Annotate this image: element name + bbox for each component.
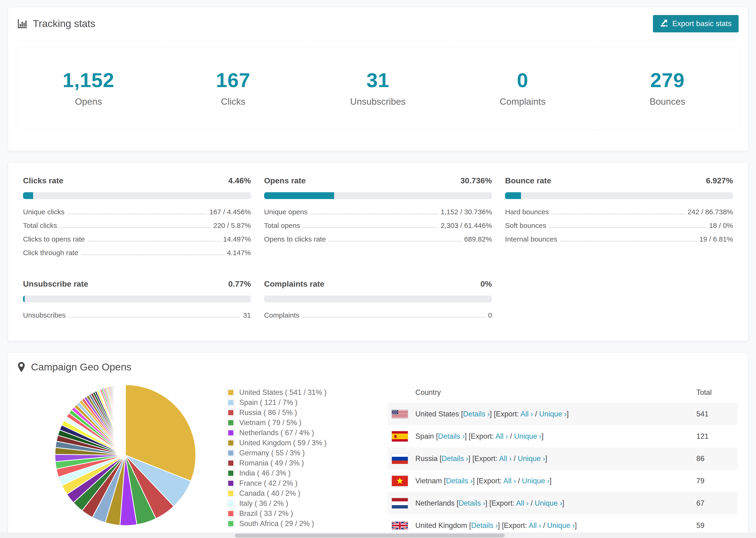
legend-item[interactable]: United Kingdom ( 59 / 3% )	[227, 438, 327, 448]
rate-progress-bar	[264, 296, 492, 302]
export-unique-link[interactable]: Unique ›	[522, 477, 549, 485]
legend-label: United States ( 541 / 31% )	[239, 388, 327, 397]
legend-item[interactable]: Netherlands ( 67 / 4% )	[227, 428, 327, 438]
legend-item[interactable]: Romania ( 49 / 3% )	[227, 458, 327, 468]
rate-progress-fill	[23, 192, 33, 199]
details-link[interactable]: Details ›	[471, 521, 498, 529]
legend-item[interactable]: Brazil ( 33 / 2% )	[227, 509, 327, 518]
export-all-link[interactable]: All ›	[499, 455, 512, 463]
legend-swatch-icon	[227, 449, 235, 457]
legend-swatch-icon	[227, 480, 235, 487]
total-cell: 541	[679, 403, 737, 425]
details-link[interactable]: Details ›	[446, 477, 473, 485]
flag-ru-icon	[391, 453, 408, 464]
export-all-link[interactable]: All ›	[503, 477, 516, 485]
export-unique-link[interactable]: Unique ›	[539, 410, 567, 418]
rate-progress-fill	[264, 192, 334, 199]
rate-progress-fill	[505, 192, 521, 199]
rate-block: Clicks rate4.46%Unique clicks167 / 4.456…	[23, 176, 251, 262]
geo-table-row: Netherlands [Details ›] [Export: All › /…	[388, 492, 737, 514]
rate-value: 6.927%	[706, 176, 733, 185]
legend-item[interactable]: United States ( 541 / 31% )	[227, 387, 327, 398]
rate-progress-bar	[264, 192, 492, 199]
legend-item[interactable]: Italy ( 36 / 2% )	[227, 498, 327, 509]
rate-title: Clicks rate	[23, 176, 63, 185]
geo-table-header-row: CountryTotal	[388, 384, 737, 403]
legend-item[interactable]: France ( 42 / 2% )	[227, 478, 327, 488]
legend-item[interactable]: Spain ( 121 / 7% )	[227, 398, 327, 407]
export-unique-link[interactable]: Unique ›	[514, 432, 541, 440]
legend-swatch-icon	[227, 389, 235, 396]
legend-swatch-icon	[227, 520, 235, 527]
rate-row: Total opens2,303 / 61.446%	[264, 222, 492, 235]
rate-row: Unique clicks167 / 4.456%	[23, 208, 251, 222]
rate-head: Opens rate30.736%	[264, 176, 492, 185]
country-cell: United States [Details ›] [Export: All ›…	[415, 403, 679, 425]
legend-label: United Kingdom ( 59 / 3% )	[239, 439, 327, 447]
horizontal-scrollbar-thumb[interactable]	[235, 534, 505, 538]
flag-cell	[388, 403, 415, 425]
page-title-text: Tracking stats	[33, 18, 95, 29]
summary-stat: 1,152Opens	[16, 47, 161, 129]
legend-label: South Africa ( 29 / 2% )	[239, 519, 314, 528]
legend-item[interactable]: Canada ( 40 / 2% )	[227, 488, 327, 498]
rates-grid: Clicks rate4.46%Unique clicks167 / 4.456…	[23, 176, 733, 325]
export-all-link[interactable]: All ›	[520, 410, 533, 418]
rate-row-label: Internal bounces	[505, 235, 557, 243]
legend-item[interactable]: Vietnam ( 79 / 5% )	[227, 418, 327, 428]
export-basic-stats-button[interactable]: Export basic stats	[653, 15, 739, 32]
rate-head: Unsubscribe rate0.77%	[23, 279, 251, 289]
export-all-link[interactable]: All ›	[516, 499, 528, 507]
country-name: Russia	[415, 455, 440, 463]
country-cell: Spain [Details ›] [Export: All › / Uniqu…	[415, 425, 679, 447]
rate-value: 4.46%	[228, 176, 251, 185]
legend-swatch-icon	[227, 500, 235, 507]
details-link[interactable]: Details ›	[463, 410, 490, 418]
flag-cell	[388, 447, 415, 470]
details-link[interactable]: Details ›	[459, 499, 485, 507]
legend-item[interactable]: South Africa ( 29 / 2% )	[227, 518, 327, 529]
legend-label: France ( 42 / 2% )	[239, 479, 297, 488]
legend-label: Netherlands ( 67 / 4% )	[239, 429, 314, 437]
legend-swatch-icon	[227, 439, 235, 447]
export-all-link[interactable]: All ›	[528, 521, 541, 529]
country-name: United Kingdom	[415, 521, 469, 529]
details-link[interactable]: Details ›	[442, 455, 468, 463]
country-name: Spain	[415, 432, 436, 440]
legend-item[interactable]: India ( 46 / 3% )	[227, 468, 327, 478]
geo-table-wrap: CountryTotal United States [Details ›] […	[388, 384, 737, 538]
rate-rows: Hard bounces242 / 86.738%Soft bounces18 …	[505, 208, 733, 249]
rate-row: Soft bounces18 / 0%	[505, 222, 733, 235]
rate-row-value: 242 / 86.738%	[688, 208, 733, 216]
summary-stats-grid: 1,152Opens167Clicks31Unsubscribes0Compla…	[16, 47, 740, 130]
rate-title: Unsubscribe rate	[23, 279, 88, 289]
stat-value: 31	[306, 69, 450, 92]
summary-stat: 167Clicks	[161, 47, 305, 129]
tracking-stats-card: Tracking stats Export basic stats 1,152O…	[8, 7, 748, 151]
rate-row-label: Unsubscribes	[23, 311, 66, 319]
details-link[interactable]: Details ›	[438, 432, 465, 440]
legend-item[interactable]: Russia ( 86 / 5% )	[227, 407, 327, 418]
rate-row: Complaints0	[264, 311, 492, 325]
export-unique-link[interactable]: Unique ›	[518, 455, 545, 463]
export-all-link[interactable]: All ›	[495, 432, 508, 440]
export-unique-link[interactable]: Unique ›	[547, 521, 575, 529]
rate-block: Unsubscribe rate0.77%Unsubscribes31	[23, 279, 251, 325]
legend-swatch-icon	[227, 459, 235, 467]
rate-row-value: 18 / 0%	[709, 222, 733, 230]
legend-item[interactable]: Germany ( 55 / 3% )	[227, 448, 327, 458]
legend-label: Vietnam ( 79 / 5% )	[239, 418, 301, 427]
rate-rows: Unsubscribes31	[23, 311, 251, 325]
rate-row: Total clicks220 / 5.87%	[23, 222, 251, 235]
rate-title: Bounce rate	[505, 176, 551, 185]
flag-cell	[388, 492, 415, 514]
page-title: Tracking stats	[17, 18, 95, 29]
rate-row-value: 167 / 4.456%	[209, 208, 251, 216]
dotted-leader	[69, 317, 241, 318]
export-unique-link[interactable]: Unique ›	[535, 499, 562, 507]
column-header-flag	[388, 384, 415, 403]
rate-block: Opens rate30.736%Unique opens1,152 / 30.…	[264, 176, 492, 262]
geo-opens-title-text: Campaign Geo Opens	[31, 361, 132, 373]
rate-value: 0.77%	[228, 279, 251, 289]
dotted-leader	[303, 227, 438, 228]
